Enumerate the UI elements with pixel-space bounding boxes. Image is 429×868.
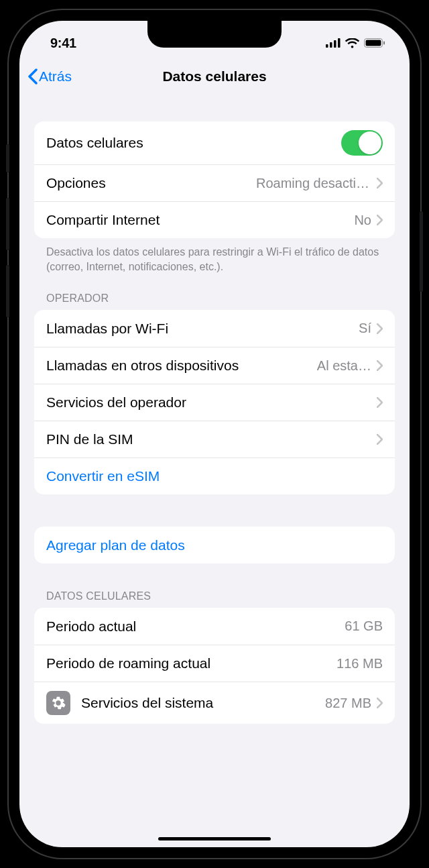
- roaming-period-value: 116 MB: [331, 656, 383, 671]
- back-button[interactable]: Atrás: [19, 68, 72, 85]
- back-label: Atrás: [39, 68, 72, 85]
- carrier-services-row[interactable]: Servicios del operador: [34, 384, 395, 421]
- system-services-value: 827 MB: [320, 696, 371, 711]
- options-row[interactable]: Opciones Roaming desactivado: [34, 164, 395, 201]
- convert-esim-row[interactable]: Convertir en eSIM: [34, 457, 395, 494]
- svg-rect-2: [334, 40, 336, 48]
- options-value: Roaming desactivado: [251, 176, 371, 191]
- calls-other-devices-row[interactable]: Llamadas en otros dispositivos Al esta…: [34, 347, 395, 384]
- convert-esim-label: Convertir en eSIM: [46, 468, 383, 484]
- hotspot-row[interactable]: Compartir Internet No: [34, 201, 395, 238]
- mute-switch: [6, 144, 9, 172]
- svg-rect-3: [338, 38, 341, 48]
- chevron-right-icon: [377, 323, 383, 334]
- power-button: [420, 211, 423, 292]
- hotspot-label: Compartir Internet: [46, 212, 349, 228]
- calls-other-devices-label: Llamadas en otros dispositivos: [46, 358, 312, 374]
- svg-rect-1: [330, 42, 332, 48]
- chevron-right-icon: [377, 215, 383, 225]
- current-period-row: Periodo actual 61 GB: [34, 608, 395, 645]
- wifi-calling-value: Sí: [353, 321, 371, 336]
- gear-icon: [46, 691, 70, 715]
- cellular-data-label: Datos celulares: [46, 135, 341, 151]
- chevron-right-icon: [377, 360, 383, 371]
- sim-pin-row[interactable]: PIN de la SIM: [34, 421, 395, 457]
- chevron-right-icon: [377, 397, 383, 408]
- wifi-calling-row[interactable]: Llamadas por Wi-Fi Sí: [34, 310, 395, 347]
- options-label: Opciones: [46, 175, 251, 191]
- current-period-value: 61 GB: [339, 618, 383, 634]
- cellular-data-row[interactable]: Datos celulares: [34, 121, 395, 164]
- settings-content: Datos celulares Opciones Roaming desacti…: [19, 121, 410, 724]
- current-period-label: Periodo actual: [46, 618, 339, 635]
- calls-other-devices-value: Al esta…: [312, 358, 371, 374]
- chevron-right-icon: [377, 698, 383, 708]
- svg-rect-6: [383, 42, 385, 45]
- hotspot-value: No: [349, 213, 371, 228]
- add-plan-group: Agregar plan de datos: [34, 527, 395, 563]
- wifi-calling-label: Llamadas por Wi-Fi: [46, 321, 353, 337]
- wifi-icon: [345, 38, 359, 48]
- cellular-main-group: Datos celulares Opciones Roaming desacti…: [34, 121, 395, 238]
- sim-pin-label: PIN de la SIM: [46, 431, 371, 447]
- chevron-right-icon: [377, 178, 383, 188]
- cellular-data-toggle[interactable]: [341, 130, 383, 156]
- svg-rect-5: [366, 40, 381, 46]
- status-time: 9:41: [50, 36, 76, 51]
- usage-group: Periodo actual 61 GB Periodo de roaming …: [34, 608, 395, 724]
- add-plan-label: Agregar plan de datos: [46, 537, 383, 553]
- chevron-left-icon: [27, 68, 38, 85]
- roaming-period-row: Periodo de roaming actual 116 MB: [34, 645, 395, 682]
- navigation-bar: Atrás Datos celulares: [19, 58, 410, 95]
- page-title: Datos celulares: [19, 68, 410, 85]
- cellular-signal-icon: [326, 38, 341, 48]
- carrier-group: Llamadas por Wi-Fi Sí Llamadas en otros …: [34, 310, 395, 494]
- system-services-label: Servicios del sistema: [81, 695, 320, 711]
- system-services-row[interactable]: Servicios del sistema 827 MB: [34, 682, 395, 724]
- carrier-services-label: Servicios del operador: [46, 394, 371, 411]
- battery-icon: [364, 38, 385, 48]
- cellular-footer-text: Desactiva los datos celulares para restr…: [34, 238, 395, 274]
- status-icons: [326, 38, 385, 48]
- carrier-header: OPERADOR: [34, 274, 395, 310]
- usage-header: DATOS CELULARES: [34, 563, 395, 608]
- screen: 9:41 Atrás Datos celulares Datos celular…: [19, 21, 410, 847]
- add-plan-row[interactable]: Agregar plan de datos: [34, 527, 395, 563]
- roaming-period-label: Periodo de roaming actual: [46, 655, 331, 671]
- chevron-right-icon: [377, 434, 383, 445]
- svg-rect-0: [326, 44, 328, 48]
- iphone-frame: 9:41 Atrás Datos celulares Datos celular…: [9, 10, 420, 858]
- volume-up-button: [6, 198, 9, 250]
- device-notch: [147, 21, 282, 48]
- home-indicator[interactable]: [158, 837, 271, 840]
- volume-down-button: [6, 265, 9, 317]
